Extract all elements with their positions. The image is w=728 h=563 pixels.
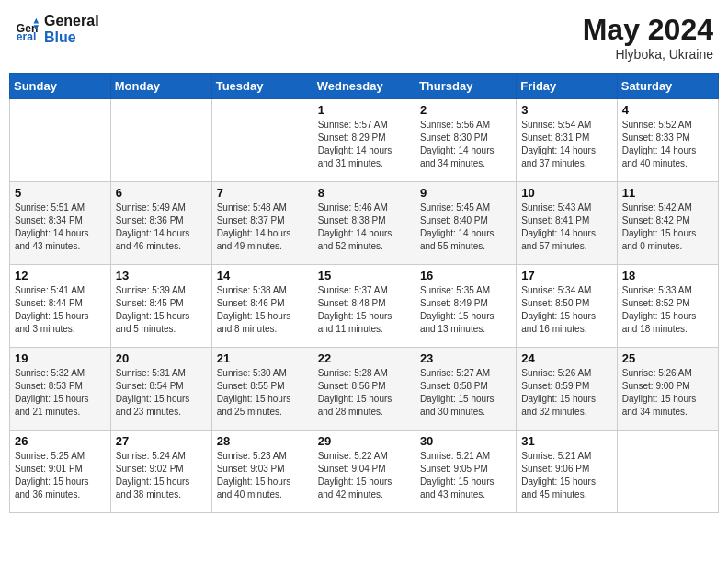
calendar-cell: 28Sunrise: 5:23 AMSunset: 9:03 PMDayligh…	[211, 431, 313, 513]
weekday-header-thursday: Thursday	[415, 74, 516, 99]
day-info: Sunrise: 5:24 AMSunset: 9:02 PMDaylight:…	[116, 450, 207, 501]
weekday-header-saturday: Saturday	[617, 74, 718, 99]
day-number: 12	[15, 269, 106, 282]
calendar-cell: 4Sunrise: 5:52 AMSunset: 8:33 PMDaylight…	[617, 99, 718, 182]
day-info: Sunrise: 5:39 AMSunset: 8:45 PMDaylight:…	[116, 284, 207, 336]
calendar-cell: 20Sunrise: 5:31 AMSunset: 8:54 PMDayligh…	[110, 348, 211, 431]
calendar-cell: 11Sunrise: 5:42 AMSunset: 8:42 PMDayligh…	[617, 182, 718, 265]
day-info: Sunrise: 5:34 AMSunset: 8:50 PMDaylight:…	[521, 284, 611, 336]
day-number: 15	[318, 269, 410, 282]
day-number: 10	[521, 186, 611, 200]
day-number: 7	[217, 186, 308, 200]
logo: Gen eral General Blue	[15, 13, 99, 45]
calendar-week-row: 1Sunrise: 5:57 AMSunset: 8:29 PMDaylight…	[10, 99, 719, 182]
day-info: Sunrise: 5:49 AMSunset: 8:36 PMDaylight:…	[116, 201, 207, 253]
day-info: Sunrise: 5:51 AMSunset: 8:34 PMDaylight:…	[15, 201, 106, 253]
day-number: 17	[521, 269, 611, 282]
calendar-table: SundayMondayTuesdayWednesdayThursdayFrid…	[9, 73, 719, 513]
logo-icon: Gen eral	[15, 17, 40, 42]
calendar-cell: 27Sunrise: 5:24 AMSunset: 9:02 PMDayligh…	[110, 431, 211, 513]
calendar-cell: 21Sunrise: 5:30 AMSunset: 8:55 PMDayligh…	[211, 348, 313, 431]
day-info: Sunrise: 5:41 AMSunset: 8:44 PMDaylight:…	[15, 284, 106, 336]
day-number: 31	[521, 434, 611, 448]
day-number: 16	[420, 269, 511, 282]
day-number: 24	[521, 351, 611, 365]
svg-marker-2	[34, 17, 40, 23]
day-info: Sunrise: 5:38 AMSunset: 8:46 PMDaylight:…	[217, 284, 308, 336]
day-number: 28	[217, 434, 308, 448]
day-info: Sunrise: 5:35 AMSunset: 8:49 PMDaylight:…	[420, 284, 511, 336]
day-info: Sunrise: 5:37 AMSunset: 8:48 PMDaylight:…	[318, 284, 410, 336]
day-info: Sunrise: 5:22 AMSunset: 9:04 PMDaylight:…	[318, 450, 410, 501]
day-info: Sunrise: 5:43 AMSunset: 8:41 PMDaylight:…	[521, 201, 611, 253]
day-info: Sunrise: 5:46 AMSunset: 8:38 PMDaylight:…	[318, 201, 410, 253]
day-number: 30	[420, 434, 511, 448]
day-info: Sunrise: 5:32 AMSunset: 8:53 PMDaylight:…	[15, 367, 106, 419]
calendar-cell: 17Sunrise: 5:34 AMSunset: 8:50 PMDayligh…	[517, 265, 617, 348]
calendar-cell	[617, 431, 718, 513]
calendar-week-row: 12Sunrise: 5:41 AMSunset: 8:44 PMDayligh…	[10, 265, 719, 348]
day-number: 18	[622, 269, 713, 282]
day-number: 29	[318, 434, 410, 448]
calendar-cell: 29Sunrise: 5:22 AMSunset: 9:04 PMDayligh…	[313, 431, 415, 513]
day-number: 21	[217, 351, 308, 365]
location-subtitle: Hlyboka, Ukraine	[583, 47, 713, 62]
day-info: Sunrise: 5:27 AMSunset: 8:58 PMDaylight:…	[420, 367, 511, 419]
day-info: Sunrise: 5:31 AMSunset: 8:54 PMDaylight:…	[116, 367, 207, 419]
day-number: 3	[521, 103, 611, 117]
calendar-cell: 22Sunrise: 5:28 AMSunset: 8:56 PMDayligh…	[313, 348, 415, 431]
calendar-cell: 9Sunrise: 5:45 AMSunset: 8:40 PMDaylight…	[415, 182, 516, 265]
calendar-cell: 24Sunrise: 5:26 AMSunset: 8:59 PMDayligh…	[517, 348, 617, 431]
calendar-cell: 19Sunrise: 5:32 AMSunset: 8:53 PMDayligh…	[10, 348, 111, 431]
calendar-cell: 25Sunrise: 5:26 AMSunset: 9:00 PMDayligh…	[617, 348, 718, 431]
day-number: 13	[116, 269, 207, 282]
month-year-title: May 2024	[583, 13, 713, 47]
calendar-cell: 14Sunrise: 5:38 AMSunset: 8:46 PMDayligh…	[211, 265, 313, 348]
logo-text-line1: General	[44, 13, 99, 29]
day-number: 19	[15, 351, 106, 365]
day-number: 11	[622, 186, 713, 200]
day-info: Sunrise: 5:54 AMSunset: 8:31 PMDaylight:…	[521, 119, 611, 170]
page-header: Gen eral General Blue May 2024 Hlyboka, …	[9, 9, 719, 65]
day-number: 2	[420, 103, 511, 117]
calendar-cell: 18Sunrise: 5:33 AMSunset: 8:52 PMDayligh…	[617, 265, 718, 348]
calendar-cell: 13Sunrise: 5:39 AMSunset: 8:45 PMDayligh…	[110, 265, 211, 348]
day-info: Sunrise: 5:23 AMSunset: 9:03 PMDaylight:…	[217, 450, 308, 501]
day-info: Sunrise: 5:42 AMSunset: 8:42 PMDaylight:…	[622, 201, 713, 253]
day-number: 14	[217, 269, 308, 282]
logo-text-line2: Blue	[44, 29, 99, 46]
day-number: 26	[15, 434, 106, 448]
day-number: 8	[318, 186, 410, 200]
calendar-cell: 30Sunrise: 5:21 AMSunset: 9:05 PMDayligh…	[415, 431, 516, 513]
weekday-header-monday: Monday	[110, 74, 211, 99]
weekday-header-friday: Friday	[517, 74, 617, 99]
calendar-header-row: SundayMondayTuesdayWednesdayThursdayFrid…	[10, 74, 719, 99]
calendar-cell: 23Sunrise: 5:27 AMSunset: 8:58 PMDayligh…	[415, 348, 516, 431]
calendar-cell: 6Sunrise: 5:49 AMSunset: 8:36 PMDaylight…	[110, 182, 211, 265]
calendar-cell: 10Sunrise: 5:43 AMSunset: 8:41 PMDayligh…	[517, 182, 617, 265]
weekday-header-sunday: Sunday	[10, 74, 111, 99]
day-number: 6	[116, 186, 207, 200]
calendar-cell: 31Sunrise: 5:21 AMSunset: 9:06 PMDayligh…	[517, 431, 617, 513]
calendar-cell: 7Sunrise: 5:48 AMSunset: 8:37 PMDaylight…	[211, 182, 313, 265]
calendar-cell: 26Sunrise: 5:25 AMSunset: 9:01 PMDayligh…	[10, 431, 111, 513]
day-info: Sunrise: 5:21 AMSunset: 9:05 PMDaylight:…	[420, 450, 511, 501]
calendar-cell	[110, 99, 211, 182]
day-info: Sunrise: 5:48 AMSunset: 8:37 PMDaylight:…	[217, 201, 308, 253]
calendar-cell	[10, 99, 111, 182]
day-number: 9	[420, 186, 511, 200]
calendar-cell: 12Sunrise: 5:41 AMSunset: 8:44 PMDayligh…	[10, 265, 111, 348]
day-number: 22	[318, 351, 410, 365]
calendar-cell: 16Sunrise: 5:35 AMSunset: 8:49 PMDayligh…	[415, 265, 516, 348]
calendar-week-row: 19Sunrise: 5:32 AMSunset: 8:53 PMDayligh…	[10, 348, 719, 431]
day-info: Sunrise: 5:26 AMSunset: 9:00 PMDaylight:…	[622, 367, 713, 419]
day-info: Sunrise: 5:52 AMSunset: 8:33 PMDaylight:…	[622, 119, 713, 170]
calendar-cell	[211, 99, 313, 182]
day-info: Sunrise: 5:45 AMSunset: 8:40 PMDaylight:…	[420, 201, 511, 253]
day-info: Sunrise: 5:57 AMSunset: 8:29 PMDaylight:…	[318, 119, 410, 170]
day-number: 23	[420, 351, 511, 365]
day-info: Sunrise: 5:26 AMSunset: 8:59 PMDaylight:…	[521, 367, 611, 419]
calendar-cell: 3Sunrise: 5:54 AMSunset: 8:31 PMDaylight…	[517, 99, 617, 182]
day-number: 1	[318, 103, 410, 117]
title-block: May 2024 Hlyboka, Ukraine	[583, 13, 713, 62]
